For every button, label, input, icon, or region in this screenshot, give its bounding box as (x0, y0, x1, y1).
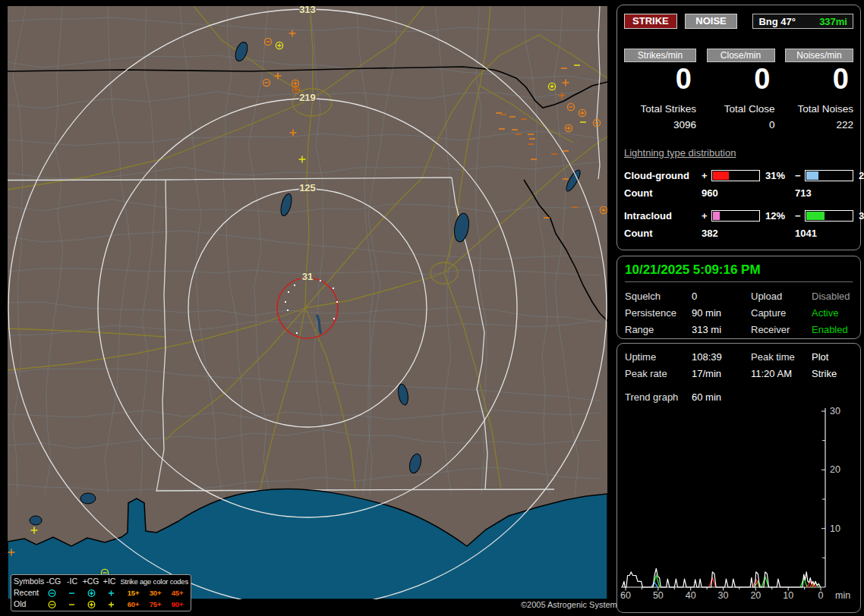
legend-symbols-header: Symbols (14, 576, 44, 587)
total-strikes-label: Total Strikes (624, 103, 696, 115)
uptime-label: Uptime (625, 351, 692, 363)
receiver-label: Receiver (751, 324, 812, 335)
bearing-value: Bng 47° (758, 16, 796, 27)
ic-negative-pct: 34% (855, 210, 864, 222)
plus-icon (101, 599, 121, 610)
legend-header-row: Symbols -CG -IC +CG +IC Strike age color… (14, 576, 188, 587)
plus-icon (101, 587, 121, 599)
peak-rate-label: Peak rate (625, 368, 692, 379)
cloud-ground-label: Cloud-ground (624, 170, 702, 181)
mode-button-row: STRIKE NOISE Bng 47° 337mi (624, 14, 853, 29)
receiver-status: Enabled (812, 324, 853, 335)
svg-text:0: 0 (818, 590, 824, 601)
persistence-label: Persistence (625, 307, 692, 319)
strikes-counter-column: Strikes/min 0 Total Strikes 3096 (624, 49, 696, 130)
svg-text:min: min (835, 590, 850, 601)
total-noises-label: Total Noises (785, 103, 853, 115)
peak-rate-value: 17/min (692, 368, 751, 379)
ic-positive-pct: 12% (762, 210, 795, 222)
legend-recent-label: Recent (14, 587, 42, 599)
peak-time-value: 11:20 AM (751, 368, 812, 379)
strikes-per-min-value: 0 (624, 64, 696, 94)
symbol-legend: Symbols -CG -IC +CG +IC Strike age color… (11, 574, 191, 611)
status-panel: 10/21/2025 5:09:16 PM Squelch 0 Upload D… (616, 256, 861, 339)
cg-positive-pct: 31% (762, 170, 795, 181)
age-15: 15+ (122, 587, 144, 599)
circle-plus-icon (81, 587, 101, 599)
squelch-label: Squelch (625, 291, 692, 302)
cg-negative-pct: 23% (855, 170, 864, 181)
legend-age-title: Strike age color codes (118, 576, 188, 587)
legend-pos-cg-header: +CG (81, 576, 100, 587)
ic-positive-bar (711, 210, 760, 222)
capture-status: Active (812, 307, 853, 319)
count-label: Count (624, 187, 702, 199)
total-close-value: 0 (707, 119, 775, 130)
trend-graph-label: Trend graph (625, 391, 692, 403)
age-45: 45+ (166, 587, 188, 599)
upload-label: Upload (751, 291, 812, 302)
age-30: 30+ (144, 587, 166, 599)
lightning-map[interactable]: 31321912531 (8, 6, 607, 599)
svg-text:30: 30 (830, 406, 840, 416)
upload-status: Disabled (812, 291, 853, 302)
ring-label-31: 31 (302, 271, 313, 282)
close-per-min-value: 0 (707, 64, 775, 94)
range-value: 313 mi (692, 324, 751, 335)
legend-neg-cg-header: -CG (44, 576, 63, 587)
peak-time-label: Peak time (751, 351, 812, 363)
noise-mode-button[interactable]: NOISE (685, 14, 738, 29)
bearing-distance: 337mi (819, 16, 847, 27)
strikes-per-min-button[interactable]: Strikes/min (624, 49, 696, 62)
minus-sign: − (795, 170, 805, 181)
capture-label: Capture (751, 307, 812, 319)
uptime-grid: Uptime 108:39 Peak time Plot Peak rate 1… (625, 351, 853, 379)
close-per-min-button[interactable]: Close/min (707, 49, 775, 62)
cg-negative-count: 713 (795, 187, 853, 199)
map-canvas: 31321912531 (8, 6, 607, 599)
total-close-label: Total Close (707, 103, 775, 115)
count-label: Count (624, 228, 702, 239)
intracloud-row: Intracloud + 12% − 34% (624, 210, 853, 222)
legend-old-label: Old (14, 599, 42, 610)
minus-sign: − (795, 210, 805, 222)
cloud-ground-row: Cloud-ground + 31% − 23% (624, 170, 853, 181)
plot-mode-value: Strike (812, 368, 853, 379)
cg-positive-count: 960 (702, 187, 795, 199)
datetime-display: 10/21/2025 5:09:16 PM (625, 262, 853, 278)
strike-mode-button[interactable]: STRIKE (624, 14, 677, 29)
strike-stats-panel: STRIKE NOISE Bng 47° 337mi Strikes/min 0… (616, 5, 861, 250)
svg-text:20: 20 (750, 590, 761, 601)
range-label: Range (625, 324, 692, 335)
plot-mode-label: Plot (812, 351, 853, 363)
minus-icon (61, 599, 81, 610)
cg-positive-bar (711, 170, 760, 181)
rate-counters: Strikes/min 0 Total Strikes 3096 Close/m… (624, 49, 853, 130)
noises-counter-column: Noises/min 0 Total Noises 222 (785, 49, 853, 130)
ic-negative-count: 1041 (795, 228, 853, 239)
noises-per-min-value: 0 (785, 64, 853, 94)
circle-minus-icon (42, 587, 61, 599)
distribution-title: Lightning type distribution (624, 147, 853, 159)
trend-graph-header: Trend graph 60 min (625, 391, 853, 403)
legend-old-row: Old 60+ 75+ 90+ (14, 599, 188, 610)
legend-pos-ic-header: +IC (100, 576, 119, 587)
svg-text:60: 60 (620, 590, 631, 601)
trend-graph: 0102030405060min102030 (616, 404, 862, 602)
plus-sign: + (702, 170, 711, 181)
age-90: 90+ (166, 599, 188, 610)
bearing-indicator[interactable]: Bng 47° 337mi (752, 14, 853, 29)
intracloud-count-row: Count 382 1041 (624, 228, 853, 239)
svg-text:10: 10 (830, 523, 840, 534)
circle-minus-icon (42, 599, 61, 610)
noises-per-min-button[interactable]: Noises/min (785, 49, 853, 62)
total-noises-value: 222 (785, 119, 853, 130)
svg-text:40: 40 (686, 590, 696, 601)
svg-text:20: 20 (830, 464, 840, 475)
svg-text:50: 50 (653, 590, 664, 601)
legend-age-cells: 60+ 75+ 90+ (121, 599, 188, 610)
cloud-ground-count-row: Count 960 713 (624, 187, 853, 199)
svg-text:10: 10 (783, 590, 793, 601)
legend-neg-ic-header: -IC (63, 576, 82, 587)
copyright-text: ©2005 Astrogenic Systems (521, 600, 621, 609)
